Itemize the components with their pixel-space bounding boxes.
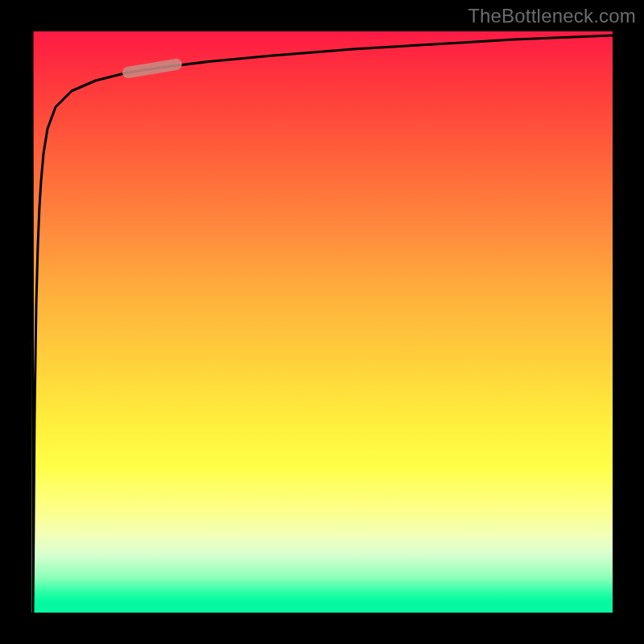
chart-svg bbox=[31, 31, 613, 613]
bottleneck-curve bbox=[32, 31, 613, 613]
highlight-segment bbox=[128, 64, 176, 72]
chart-frame: TheBottleneck.com bbox=[0, 0, 644, 644]
plot-area bbox=[31, 31, 613, 613]
curve-group bbox=[32, 31, 613, 613]
watermark-text: TheBottleneck.com bbox=[468, 5, 636, 27]
